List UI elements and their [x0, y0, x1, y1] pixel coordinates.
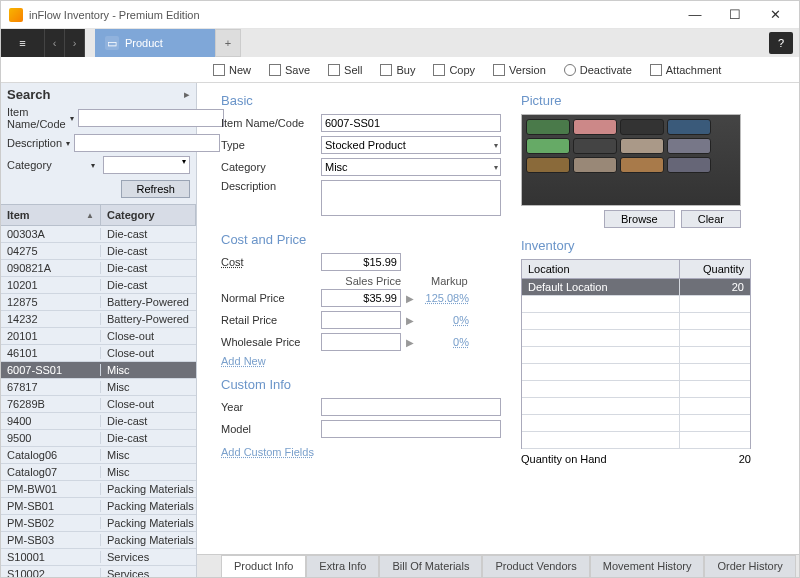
maximize-button[interactable]: ☐ — [715, 2, 755, 28]
add-tab-button[interactable]: + — [215, 29, 241, 57]
itemname-input[interactable] — [321, 114, 501, 132]
inventory-row[interactable] — [522, 398, 750, 415]
inventory-row[interactable]: Default Location20 — [522, 279, 750, 296]
browse-button[interactable]: Browse — [604, 210, 675, 228]
table-row[interactable]: PM-SB01Packing Materials — [1, 498, 196, 515]
search-heading: Search — [7, 87, 50, 102]
bottom-tabs: Product Info Extra Info Bill Of Material… — [197, 554, 799, 578]
add-new-price-link[interactable]: Add New — [221, 355, 266, 367]
normal-markup[interactable]: 125.08% — [419, 292, 469, 304]
retail-markup[interactable]: 0% — [419, 314, 469, 326]
retail-price-input[interactable] — [321, 311, 401, 329]
deactivate-button[interactable]: Deactivate — [560, 62, 636, 78]
copy-button[interactable]: Copy — [429, 62, 479, 78]
itemname-dropdown-icon[interactable]: ▾ — [70, 114, 74, 123]
product-picture[interactable] — [521, 114, 741, 206]
tab-product-info[interactable]: Product Info — [221, 555, 306, 578]
table-row[interactable]: Catalog07Misc — [1, 464, 196, 481]
cost-label[interactable]: Cost — [221, 256, 321, 268]
expand-icon[interactable]: ▸ — [184, 88, 190, 101]
forward-button[interactable]: › — [65, 29, 85, 57]
new-button[interactable]: New — [209, 62, 255, 78]
type-select[interactable]: Stocked Product▾ — [321, 136, 501, 154]
table-row[interactable]: 10201Die-cast — [1, 277, 196, 294]
description-label: Description — [221, 180, 321, 192]
item-grid[interactable]: 00303ADie-cast04275Die-cast090821ADie-ca… — [1, 226, 196, 578]
minimize-button[interactable]: — — [675, 2, 715, 28]
table-row[interactable]: 090821ADie-cast — [1, 260, 196, 277]
normal-price-input[interactable]: $35.99 — [321, 289, 401, 307]
inventory-row[interactable] — [522, 347, 750, 364]
cost-heading: Cost and Price — [221, 232, 501, 247]
add-custom-fields-link[interactable]: Add Custom Fields — [221, 446, 314, 458]
inventory-row[interactable] — [522, 313, 750, 330]
table-row[interactable]: 46101Close-out — [1, 345, 196, 362]
col-quantity[interactable]: Quantity — [680, 260, 750, 278]
tab-vendors[interactable]: Product Vendors — [482, 555, 589, 578]
arrow-icon[interactable]: ▶ — [401, 337, 419, 348]
inventory-grid[interactable]: Default Location20 — [521, 279, 751, 449]
buy-button[interactable]: Buy — [376, 62, 419, 78]
table-row[interactable]: S10002Services — [1, 566, 196, 578]
back-button[interactable]: ‹ — [45, 29, 65, 57]
inventory-row[interactable] — [522, 364, 750, 381]
description-dropdown-icon[interactable]: ▾ — [66, 139, 70, 148]
wholesale-price-input[interactable] — [321, 333, 401, 351]
search-category-select[interactable]: ▾ — [103, 156, 190, 174]
inventory-row[interactable] — [522, 432, 750, 449]
save-button[interactable]: Save — [265, 62, 314, 78]
sell-icon — [328, 64, 340, 76]
table-row[interactable]: 12875Battery-Powered — [1, 294, 196, 311]
itemname-label: Item Name/Code — [221, 117, 321, 129]
close-button[interactable]: ✕ — [755, 2, 795, 28]
col-location[interactable]: Location — [522, 260, 680, 278]
table-row[interactable]: PM-SB02Packing Materials — [1, 515, 196, 532]
category-label: Category — [221, 161, 321, 173]
table-row[interactable]: S10001Services — [1, 549, 196, 566]
table-row[interactable]: 67817Misc — [1, 379, 196, 396]
tab-product[interactable]: ▭ Product — [95, 29, 215, 57]
attachment-button[interactable]: Attachment — [646, 62, 726, 78]
tab-order[interactable]: Order History — [704, 555, 795, 578]
sell-button[interactable]: Sell — [324, 62, 366, 78]
category-select[interactable]: Misc▾ — [321, 158, 501, 176]
description-input[interactable] — [321, 180, 501, 216]
table-row[interactable]: 9400Die-cast — [1, 413, 196, 430]
deactivate-icon — [564, 64, 576, 76]
tab-bom[interactable]: Bill Of Materials — [379, 555, 482, 578]
main-menu-button[interactable]: ≡ — [1, 29, 45, 57]
inventory-row[interactable] — [522, 381, 750, 398]
clear-button[interactable]: Clear — [681, 210, 741, 228]
table-row[interactable]: 76289BClose-out — [1, 396, 196, 413]
description-label: Description — [7, 137, 62, 149]
save-icon — [269, 64, 281, 76]
inventory-row[interactable] — [522, 330, 750, 347]
table-row[interactable]: 04275Die-cast — [1, 243, 196, 260]
arrow-icon[interactable]: ▶ — [401, 293, 419, 304]
inventory-row[interactable] — [522, 296, 750, 313]
year-input[interactable] — [321, 398, 501, 416]
table-row[interactable]: 9500Die-cast — [1, 430, 196, 447]
table-row[interactable]: Catalog06Misc — [1, 447, 196, 464]
wholesale-markup[interactable]: 0% — [419, 336, 469, 348]
category-dropdown-icon[interactable]: ▾ — [91, 161, 99, 170]
app-logo-icon — [9, 8, 23, 22]
inventory-row[interactable] — [522, 415, 750, 432]
cost-value[interactable]: $15.99 — [321, 253, 401, 271]
col-item[interactable]: Item▲ — [1, 205, 101, 225]
col-category[interactable]: Category — [101, 205, 196, 225]
version-button[interactable]: Version — [489, 62, 550, 78]
tab-extra-info[interactable]: Extra Info — [306, 555, 379, 578]
arrow-icon[interactable]: ▶ — [401, 315, 419, 326]
tab-movement[interactable]: Movement History — [590, 555, 705, 578]
table-row[interactable]: 14232Battery-Powered — [1, 311, 196, 328]
table-row[interactable]: 20101Close-out — [1, 328, 196, 345]
table-row[interactable]: PM-BW01Packing Materials — [1, 481, 196, 498]
table-row[interactable]: PM-SB03Packing Materials — [1, 532, 196, 549]
table-row[interactable]: 00303ADie-cast — [1, 226, 196, 243]
table-row[interactable]: 6007-SS01Misc — [1, 362, 196, 379]
model-label: Model — [221, 423, 321, 435]
refresh-button[interactable]: Refresh — [121, 180, 190, 198]
model-input[interactable] — [321, 420, 501, 438]
help-button[interactable]: ? — [769, 32, 793, 54]
